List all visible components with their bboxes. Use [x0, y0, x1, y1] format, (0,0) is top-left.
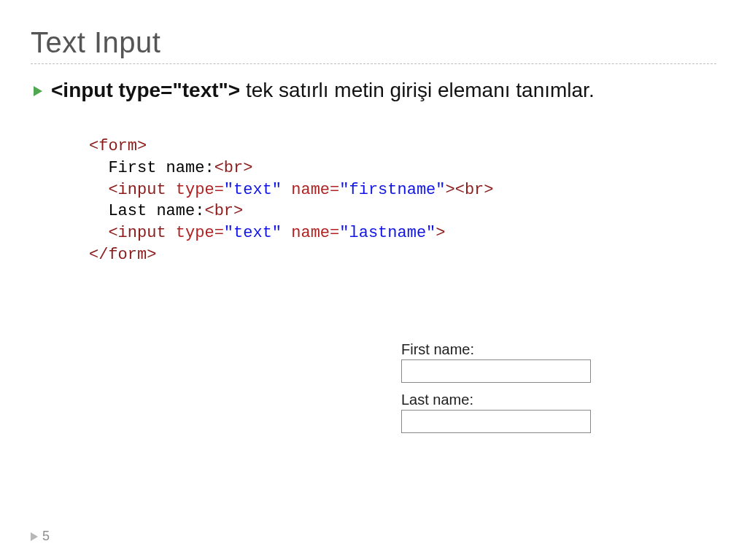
bullet-description: tek satırlı metin girişi elemanı tanımla…	[240, 79, 595, 101]
code-token: Last name:	[89, 202, 204, 220]
footer-triangle-icon	[31, 532, 38, 541]
slide-title: Text Input	[31, 26, 716, 59]
code-token: "lastname"	[339, 224, 436, 242]
code-token: "firstname"	[339, 181, 445, 199]
code-token: type=	[166, 181, 224, 199]
svg-marker-0	[34, 86, 42, 96]
code-token	[89, 224, 108, 242]
code-token: type=	[166, 224, 224, 242]
page-number: 5	[42, 529, 50, 544]
code-token: "text"	[224, 224, 282, 242]
code-token: <br>	[204, 202, 243, 220]
triangle-bullet-icon	[34, 86, 42, 96]
rendered-form-preview: First name: Last name:	[401, 341, 591, 442]
first-name-label: First name:	[401, 341, 591, 358]
code-token: <form>	[89, 137, 147, 155]
last-name-input[interactable]	[401, 410, 591, 433]
code-token	[89, 181, 108, 199]
code-token: <input	[108, 181, 166, 199]
code-token: name=	[282, 181, 339, 199]
code-token: <input	[108, 224, 166, 242]
code-token: <br>	[214, 159, 253, 177]
code-example: <form> First name:<br> <input type="text…	[89, 136, 716, 265]
code-token: name=	[282, 224, 339, 242]
code-token: </form>	[89, 246, 156, 264]
bullet-text: <input type="text"> tek satırlı metin gi…	[51, 77, 595, 104]
code-token: <br>	[455, 181, 494, 199]
code-token: "text"	[224, 181, 282, 199]
bullet-code: <input type="text">	[51, 79, 240, 101]
slide-footer: 5	[31, 529, 50, 544]
svg-marker-1	[31, 532, 38, 541]
title-divider	[31, 63, 716, 64]
last-name-label: Last name:	[401, 392, 591, 408]
bullet-item: <input type="text"> tek satırlı metin gi…	[31, 77, 716, 104]
code-token: >	[446, 181, 455, 199]
code-token: >	[436, 224, 445, 242]
first-name-input[interactable]	[401, 359, 591, 383]
code-token: First name:	[89, 159, 214, 177]
